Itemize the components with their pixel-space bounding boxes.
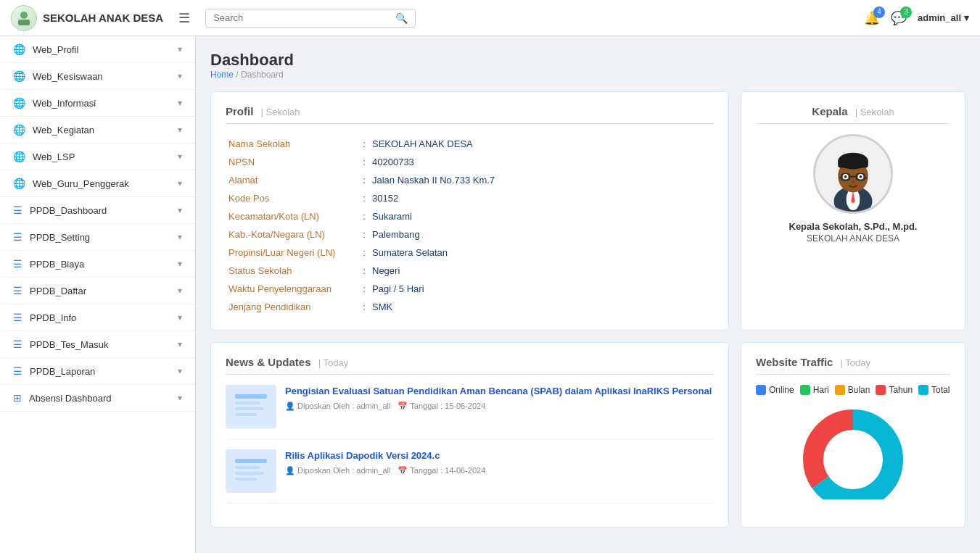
legend-dot (800, 385, 810, 395)
sidebar-item-web-informasi[interactable]: 🌐 Web_Informasi ▾ (0, 90, 195, 117)
table-row: Kab.-Kota/Negara (LN) : Palembang (227, 226, 712, 243)
svg-rect-23 (235, 407, 264, 410)
legend-item: Online (756, 385, 794, 395)
sidebar-label-ppdb-daftar: PPDB_Daftar (30, 286, 86, 296)
sidebar-item-ppdb-tes-masuk[interactable]: ☰ PPDB_Tes_Masuk ▾ (0, 331, 195, 358)
svg-rect-25 (229, 453, 273, 489)
sidebar-item-ppdb-setting[interactable]: ☰ PPDB_Setting ▾ (0, 224, 195, 251)
content-area: Dashboard Home / Dashboard Profil | Seko… (196, 36, 980, 553)
table-row: Jenjang Pendidikan : SMK (227, 299, 712, 315)
sidebar-item-web-guru-penggerak[interactable]: 🌐 Web_Guru_Penggerak ▾ (0, 170, 195, 197)
sidebar-label-ppdb-dashboard: PPDB_Dashboard (30, 205, 107, 216)
profil-card-header: Profil | Sekolah (226, 105, 714, 124)
sidebar-label-web-kesiswaan: Web_Kesiswaan (33, 71, 103, 82)
navbar-right: 🔔 4 💬 3 admin_all ▾ (864, 10, 969, 26)
sidebar-item-absensi-dashboard[interactable]: ⊞ Absensi Dashboard ▾ (0, 385, 195, 412)
globe-icon: 🌐 (13, 124, 25, 136)
page-header: Dashboard Home / Dashboard (210, 51, 965, 80)
sidebar-label-web-profil: Web_Profil (33, 44, 78, 55)
sidebar-item-ppdb-daftar[interactable]: ☰ PPDB_Daftar ▾ (0, 278, 195, 304)
sidebar-item-ppdb-info[interactable]: ☰ PPDB_Info ▾ (0, 304, 195, 331)
sidebar-label-web-kegiatan: Web_Kegiatan (33, 125, 94, 136)
menu-toggle-button[interactable]: ☰ (174, 7, 194, 29)
kepala-name: Kepala Sekolah, S.Pd., M.pd. (756, 221, 950, 232)
sidebar-label-ppdb-info: PPDB_Info (30, 312, 76, 323)
chevron-down-icon: ▾ (964, 12, 969, 23)
list-icon: ☰ (13, 338, 22, 350)
chevron-icon: ▾ (178, 98, 182, 108)
traffic-label: Website Traffic (756, 356, 833, 368)
search-box: 🔍 (205, 9, 416, 28)
sidebar-item-web-kesiswaan[interactable]: 🌐 Web_Kesiswaan ▾ (0, 63, 195, 90)
svg-rect-26 (235, 459, 267, 463)
list-icon: ☰ (13, 285, 22, 296)
profil-sub-label: | Sekolah (261, 107, 300, 117)
list-icon: ☰ (13, 231, 22, 243)
news-thumbnail (226, 449, 276, 493)
svg-point-17 (844, 175, 847, 178)
kepala-school: SEKOLAH ANAK DESA (756, 233, 950, 244)
svg-rect-29 (235, 478, 257, 481)
list-icon: ☰ (13, 365, 22, 377)
globe-icon: 🌐 (13, 178, 25, 189)
news-card: News & Updates | Today Pengisian Evaluas… (210, 342, 729, 528)
legend-label: Tahun (889, 385, 913, 395)
news-list: Pengisian Evaluasi Satuan Pendidikan Ama… (226, 385, 714, 504)
table-row: Kecamatan/Kota (LN) : Sukarami (227, 208, 712, 225)
chevron-icon: ▾ (178, 366, 182, 376)
page-title: Dashboard (210, 51, 965, 70)
svg-rect-27 (235, 466, 260, 469)
sidebar-label-web-lsp: Web_LSP (33, 151, 75, 162)
sidebar-label-web-guru-penggerak: Web_Guru_Penggerak (33, 178, 129, 189)
chevron-icon: ▾ (178, 232, 182, 242)
news-label: News & Updates (226, 356, 311, 368)
sidebar-item-web-lsp[interactable]: 🌐 Web_LSP ▾ (0, 144, 195, 170)
legend-label: Online (769, 385, 794, 395)
chevron-icon: ▾ (178, 178, 182, 188)
globe-icon: 🌐 (13, 70, 25, 82)
search-input[interactable] (213, 12, 395, 23)
table-row: Status Sekolah : Negeri (227, 262, 712, 279)
legend-label: Hari (813, 385, 829, 395)
brand-name: SEKOLAH ANAK DESA (43, 12, 163, 24)
sidebar-item-ppdb-laporan[interactable]: ☰ PPDB_Laporan ▾ (0, 358, 195, 385)
chevron-icon: ▾ (178, 286, 182, 296)
news-title: Pengisian Evaluasi Satuan Pendidikan Ama… (285, 385, 714, 398)
legend-label: Bulan (848, 385, 870, 395)
legend-item: Bulan (835, 385, 870, 395)
notifications-button[interactable]: 🔔 4 (864, 10, 880, 26)
sidebar-item-web-kegiatan[interactable]: 🌐 Web_Kegiatan ▾ (0, 117, 195, 144)
profil-label: Profil (226, 105, 253, 117)
news-sub-label: | Today (318, 357, 348, 368)
svg-rect-28 (235, 472, 264, 475)
svg-rect-22 (235, 402, 260, 404)
globe-icon: 🌐 (13, 43, 25, 55)
traffic-sub-label: | Today (841, 357, 870, 368)
legend-dot (835, 385, 845, 395)
kepala-sub-label: | Sekolah (855, 107, 894, 117)
svg-rect-20 (229, 388, 273, 425)
username-label: admin_all (918, 12, 961, 23)
list-icon: ☰ (13, 312, 22, 323)
breadcrumb: Home / Dashboard (210, 70, 965, 80)
user-menu-button[interactable]: admin_all ▾ (918, 12, 969, 23)
table-row: Nama Sekolah : SEKOLAH ANAK DESA (227, 136, 712, 152)
messages-button[interactable]: 💬 3 (891, 10, 907, 26)
traffic-legend: Online Hari Bulan Tahun Total (756, 385, 950, 395)
svg-rect-24 (235, 413, 257, 416)
traffic-card-header: Website Traffic | Today (756, 356, 950, 375)
sidebar-item-web-profil[interactable]: 🌐 Web_Profil ▾ (0, 36, 195, 63)
legend-dot (918, 385, 928, 395)
breadcrumb-home[interactable]: Home (210, 70, 234, 80)
svg-rect-21 (235, 394, 267, 399)
table-row: Propinsi/Luar Negeri (LN) : Sumatera Sel… (227, 244, 712, 261)
legend-item: Tahun (876, 385, 913, 395)
list-icon: ☰ (13, 258, 22, 270)
table-row: Waktu Penyelenggaraan : Pagi / 5 Hari (227, 280, 712, 297)
notifications-badge: 4 (873, 7, 885, 18)
navbar: SEKOLAH ANAK DESA ☰ 🔍 🔔 4 💬 3 admin_all … (0, 0, 980, 36)
brand: SEKOLAH ANAK DESA (11, 5, 163, 31)
sidebar-item-ppdb-biaya[interactable]: ☰ PPDB_Biaya ▾ (0, 251, 195, 278)
sidebar-item-ppdb-dashboard[interactable]: ☰ PPDB_Dashboard ▾ (0, 197, 195, 224)
sidebar: 🌐 Web_Profil ▾ 🌐 Web_Kesiswaan ▾ 🌐 Web_I… (0, 36, 196, 553)
